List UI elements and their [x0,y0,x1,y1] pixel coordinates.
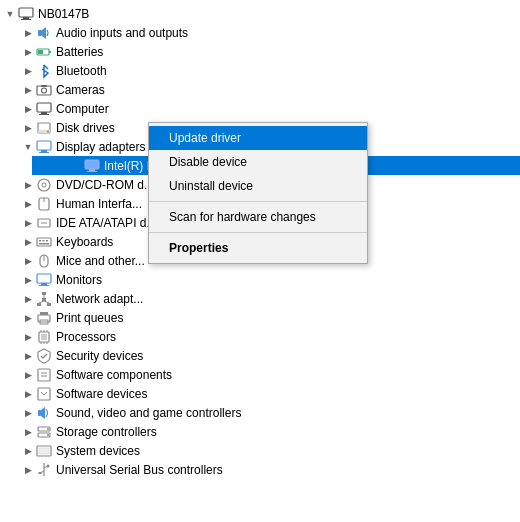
audio-label: Audio inputs and outputs [56,26,188,40]
tree-item-batteries[interactable]: Batteries [16,42,520,61]
svg-rect-40 [39,285,49,286]
processor-icon [36,329,52,345]
scan-hardware-label: Scan for hardware changes [169,210,316,224]
printqueues-label: Print queues [56,311,123,325]
context-menu-scan-hardware[interactable]: Scan for hardware changes [149,205,367,229]
context-menu-sep1 [149,201,367,202]
security-icon [36,348,52,364]
softwaredevices-label: Software devices [56,387,147,401]
monitors-label: Monitors [56,273,102,287]
computer-tree-icon [36,101,52,117]
monitor-icon [36,272,52,288]
svg-rect-33 [43,240,45,242]
tree-item-bluetooth[interactable]: Bluetooth [16,61,520,80]
tree-root[interactable]: NB0147B [0,4,520,23]
battery-icon [36,44,52,60]
storage-icon [36,424,52,440]
storagecontrollers-label: Storage controllers [56,425,157,439]
diskdrives-label: Disk drives [56,121,115,135]
svg-rect-15 [39,114,49,115]
tree-item-softwarecomponents[interactable]: Software components [16,365,520,384]
context-menu-properties[interactable]: Properties [149,236,367,260]
softwaredev-icon [36,386,52,402]
tree-item-securitydevices[interactable]: Security devices [16,346,520,365]
dvd-icon [36,177,52,193]
hid-icon [36,196,52,212]
svg-rect-2 [21,19,31,20]
tree-item-sound[interactable]: Sound, video and game controllers [16,403,520,422]
root-chevron [2,6,18,22]
svg-marker-64 [41,407,45,419]
mice-chevron [20,253,36,269]
context-menu-uninstall-device[interactable]: Uninstall device [149,174,367,198]
humaninterface-chevron [20,196,36,212]
securitydevices-chevron [20,348,36,364]
svg-point-68 [47,434,49,436]
tree-item-audio[interactable]: Audio inputs and outputs [16,23,520,42]
monitors-chevron [20,272,36,288]
svg-rect-13 [37,103,51,112]
context-menu-update-driver[interactable]: Update driver [149,126,367,150]
svg-rect-39 [41,283,47,285]
svg-rect-19 [37,141,51,150]
svg-point-26 [42,183,46,187]
svg-rect-22 [85,160,99,169]
svg-point-67 [47,428,49,430]
storagecontrollers-chevron [20,424,36,440]
disk-icon [36,120,52,136]
securitydevices-label: Security devices [56,349,143,363]
printer-icon [36,310,52,326]
tree-item-networkadapt[interactable]: Network adapt... [16,289,520,308]
svg-rect-12 [41,85,47,87]
svg-point-11 [42,88,47,93]
intelhd-icon [84,158,100,174]
properties-label: Properties [169,241,228,255]
disable-device-label: Disable device [169,155,247,169]
svg-rect-32 [39,240,41,242]
tree-item-usb[interactable]: Universal Serial Bus controllers [16,460,520,479]
processors-label: Processors [56,330,116,344]
tree-item-storagecontrollers[interactable]: Storage controllers [16,422,520,441]
tree-item-systemdevices[interactable]: System devices [16,441,520,460]
diskdrives-chevron [20,120,36,136]
svg-rect-21 [39,152,49,153]
update-driver-label: Update driver [169,131,241,145]
svg-rect-1 [23,17,29,19]
svg-line-46 [39,301,44,303]
svg-rect-41 [42,292,46,295]
tree-item-computer[interactable]: Computer [16,99,520,118]
svg-point-74 [47,464,50,467]
computer-label: Computer [56,102,109,116]
svg-rect-59 [38,369,50,381]
tree-item-processors[interactable]: Processors [16,327,520,346]
batteries-label: Batteries [56,45,103,59]
bluetooth-label: Bluetooth [56,64,107,78]
svg-rect-23 [89,169,95,171]
usb-icon [36,462,52,478]
ideata-chevron [20,215,36,231]
context-menu-disable-device[interactable]: Disable device [149,150,367,174]
tree-item-printqueues[interactable]: Print queues [16,308,520,327]
svg-rect-6 [49,51,51,53]
tree-item-softwaredevices[interactable]: Software devices [16,384,520,403]
tree-item-cameras[interactable]: Cameras [16,80,520,99]
cameras-label: Cameras [56,83,105,97]
svg-rect-43 [37,303,41,306]
displayadapters-chevron [20,139,36,155]
svg-rect-38 [37,274,51,283]
svg-line-47 [44,301,49,303]
svg-rect-70 [39,448,49,454]
usb-label: Universal Serial Bus controllers [56,463,223,477]
bluetooth-icon [36,63,52,79]
systemdevices-label: System devices [56,444,140,458]
networkadapt-label: Network adapt... [56,292,143,306]
mouse-icon [36,253,52,269]
svg-rect-10 [37,86,51,95]
network-icon [36,291,52,307]
systemdevices-chevron [20,443,36,459]
uninstall-device-label: Uninstall device [169,179,253,193]
tree-item-monitors[interactable]: Monitors [16,270,520,289]
keyboards-chevron [20,234,36,250]
mice-label: Mice and other... [56,254,145,268]
svg-rect-44 [47,303,51,306]
